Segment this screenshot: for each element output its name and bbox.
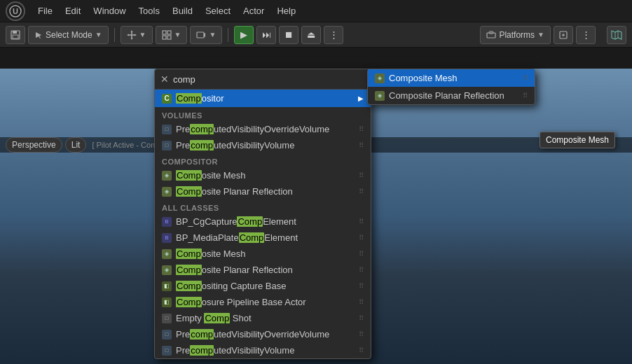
menu-select[interactable]: Select xyxy=(200,4,236,18)
svg-rect-14 xyxy=(163,36,166,39)
svg-marker-17 xyxy=(204,33,205,37)
drag-handle: ⠿ xyxy=(359,266,364,274)
drag-handle: ⠿ xyxy=(359,346,364,354)
compositor-item[interactable]: C Compositor ▶ xyxy=(155,90,371,107)
menu-actor[interactable]: Actor xyxy=(238,4,270,18)
list-item[interactable]: ◧ Composure Pipeline Base Actor ⠿ xyxy=(155,294,371,310)
save-button[interactable] xyxy=(6,26,25,44)
menu-build[interactable]: Build xyxy=(167,4,198,18)
eject-button[interactable]: ⏏ xyxy=(301,26,321,44)
list-item[interactable]: B BP_MediaPlateCompElement ⠿ xyxy=(155,230,371,246)
transform-tool[interactable]: ▼ xyxy=(121,26,153,44)
menu-tools[interactable]: Tools xyxy=(133,4,165,18)
drag-handle: ⠿ xyxy=(359,314,364,322)
compositor-section-header: Compositor xyxy=(155,155,371,167)
vis-icon: □ xyxy=(162,346,172,356)
chevron-down-icon: ▼ xyxy=(95,31,102,38)
list-item[interactable]: ◈ Composite Mesh ⠿ xyxy=(155,167,371,183)
svg-rect-3 xyxy=(13,31,17,34)
svg-marker-9 xyxy=(130,38,132,40)
chevron-down-icon: ▼ xyxy=(174,31,181,38)
list-item[interactable]: B BP_CgCaptureCompElement ⠿ xyxy=(155,214,371,230)
chevron-down-icon: ▼ xyxy=(209,31,216,38)
list-item[interactable]: ◧ Compositing Capture Base ⠿ xyxy=(155,278,371,294)
drag-handle: ⠿ xyxy=(359,172,364,179)
svg-rect-4 xyxy=(13,35,18,38)
comp-mesh-icon: ◈ xyxy=(162,171,172,181)
tooltip: Composite Mesh xyxy=(540,132,615,148)
submenu-mesh-icon: ◈ xyxy=(375,74,385,83)
search-input[interactable] xyxy=(173,74,365,85)
ue-logo[interactable]: U xyxy=(6,1,25,21)
separator xyxy=(114,28,115,42)
step-button[interactable]: ⏭ xyxy=(256,26,276,44)
list-item[interactable]: ◈ Composite Planar Reflection ⠿ xyxy=(155,262,371,278)
svg-marker-8 xyxy=(130,30,132,32)
chevron-down-icon: ▼ xyxy=(537,31,544,38)
launch-button[interactable] xyxy=(554,26,573,44)
drag-handle: ⠿ xyxy=(523,92,528,99)
perspective-label: Perspective xyxy=(12,140,56,150)
lit-label: Lit xyxy=(71,140,81,150)
svg-marker-10 xyxy=(127,34,129,36)
compositing-icon: ◧ xyxy=(162,298,172,307)
list-item[interactable]: □ PrecomputedVisibilityOverrideVolume ⠿ xyxy=(155,326,371,342)
list-item[interactable]: ◈ Composite Planar Reflection ⠿ xyxy=(155,183,371,200)
submenu-planar-icon: ◈ xyxy=(375,91,385,101)
list-item[interactable]: □ PrecomputedVisibilityOverrideVolume ⠿ xyxy=(155,121,371,137)
drag-handle: ⠿ xyxy=(359,234,364,241)
menu-window[interactable]: Window xyxy=(88,4,131,18)
list-item[interactable]: □ PrecomputedVisibilityVolume ⠿ xyxy=(155,137,371,153)
snap-tool[interactable]: ▼ xyxy=(156,26,188,44)
comp-planar-icon: ◈ xyxy=(162,187,172,197)
list-item[interactable]: □ Empty Comp Shot ⠿ xyxy=(155,310,371,326)
search-dropdown: ✕ C Compositor ▶ Volumes □ PrecomputedVi… xyxy=(154,69,371,359)
drag-handle: ⠿ xyxy=(359,218,364,225)
drag-handle: ⠿ xyxy=(359,125,364,133)
submenu-panel: ◈ Composite Mesh ⠿ ◈ Composite Planar Re… xyxy=(367,69,535,105)
vis-icon: □ xyxy=(162,125,172,134)
svg-marker-11 xyxy=(135,34,137,36)
vis-icon: □ xyxy=(162,330,172,340)
svg-rect-12 xyxy=(163,31,166,34)
svg-rect-16 xyxy=(197,32,204,38)
drag-handle: ⠿ xyxy=(359,188,364,195)
empty-icon: □ xyxy=(162,314,172,323)
stop-button[interactable]: ⏹ xyxy=(279,26,298,44)
map-button[interactable] xyxy=(607,26,626,44)
drag-handle: ⠿ xyxy=(359,250,364,258)
clear-search-button[interactable]: ✕ xyxy=(160,74,169,85)
drag-handle: ⠿ xyxy=(523,74,528,82)
more-options[interactable]: ⋮ xyxy=(324,26,343,44)
submenu-composite-mesh[interactable]: ◈ Composite Mesh ⠿ xyxy=(368,69,535,87)
list-item[interactable]: ◈ Composite Mesh ⠿ xyxy=(155,246,371,262)
play-button[interactable]: ▶ xyxy=(234,26,254,44)
all-classes-header: All Classes xyxy=(155,201,371,214)
lit-button[interactable]: Lit xyxy=(65,137,87,153)
comp-mesh-icon: ◈ xyxy=(162,249,172,259)
menu-help[interactable]: Help xyxy=(271,4,301,18)
svg-rect-13 xyxy=(167,31,171,34)
menu-file[interactable]: File xyxy=(32,4,58,18)
menu-edit[interactable]: Edit xyxy=(60,4,86,18)
submenu-composite-planar[interactable]: ◈ Composite Planar Reflection ⠿ xyxy=(368,87,535,104)
comp-planar-icon: ◈ xyxy=(162,265,172,275)
menu-bar: U File Edit Window Tools Build Select Ac… xyxy=(0,0,632,22)
list-item[interactable]: □ PrecomputedVisibilityVolume ⠿ xyxy=(155,342,371,358)
bp-icon: B xyxy=(162,217,172,227)
svg-text:U: U xyxy=(13,7,18,15)
main-toolbar: Select Mode ▼ ▼ ▼ ▼ ▶ ⏭ ⏹ xyxy=(0,22,632,48)
volumes-header: Volumes xyxy=(155,108,371,121)
options-button[interactable]: ⋮ xyxy=(576,26,596,44)
compositor-label: Compositor xyxy=(176,93,224,104)
select-mode-button[interactable]: Select Mode ▼ xyxy=(28,26,109,44)
drag-handle: ⠿ xyxy=(359,330,364,338)
search-box: ✕ xyxy=(155,69,371,90)
vis-icon: □ xyxy=(162,141,172,150)
camera-tool[interactable]: ▼ xyxy=(190,26,222,44)
drag-handle: ⠿ xyxy=(359,282,364,290)
platforms-button[interactable]: Platforms ▼ xyxy=(480,26,551,44)
bp-icon: B xyxy=(162,233,172,243)
compositing-icon: ◧ xyxy=(162,281,172,291)
perspective-button[interactable]: Perspective xyxy=(6,137,62,153)
